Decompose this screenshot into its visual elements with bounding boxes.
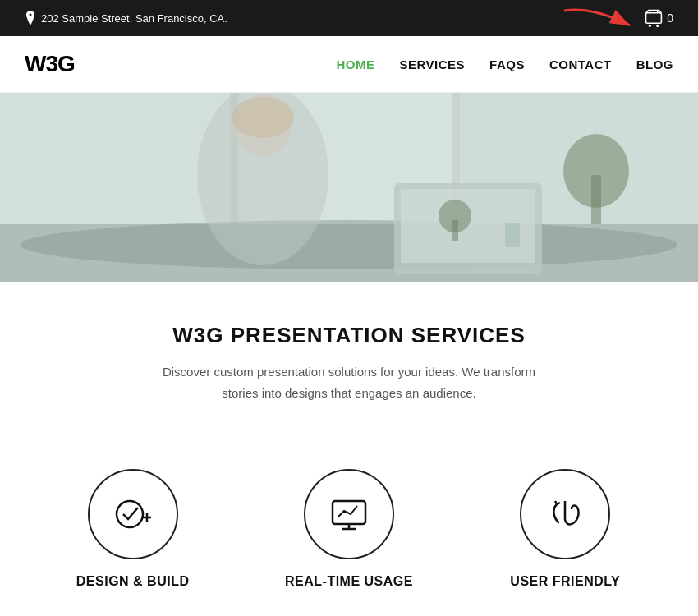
navbar: W3G HOME SERVICES FAQS CONTACT BLOG: [0, 36, 698, 93]
svg-point-16: [232, 97, 294, 138]
hero-scene-svg: [0, 93, 698, 282]
nav-faqs[interactable]: FAQS: [489, 57, 525, 71]
annotation-arrow: [560, 2, 642, 39]
nav-contact[interactable]: CONTACT: [549, 57, 612, 71]
svg-point-18: [563, 134, 629, 208]
top-bar: 202 Sample Street, San Francisco, CA. 0: [0, 0, 698, 36]
site-logo[interactable]: W3G: [25, 51, 75, 77]
feature-realtime-icon-circle: [304, 469, 394, 559]
feature-design-build: DESIGN & BUILD: [43, 469, 223, 589]
address-text: 202 Sample Street, San Francisco, CA.: [41, 12, 227, 25]
nav-links: HOME SERVICES FAQS CONTACT BLOG: [337, 57, 674, 71]
monitor-chart-icon: [328, 493, 370, 536]
svg-point-11: [21, 220, 677, 269]
hero-image: [0, 93, 698, 282]
feature-user-friendly-label: USER FRIENDLY: [510, 574, 620, 589]
svg-point-20: [439, 200, 471, 232]
svg-rect-1: [646, 13, 662, 24]
svg-point-2: [649, 25, 651, 27]
feature-user-icon-circle: [520, 469, 610, 559]
feature-design-build-label: DESIGN & BUILD: [76, 574, 190, 589]
nav-services[interactable]: SERVICES: [400, 57, 466, 71]
feature-user-friendly: USER FRIENDLY: [475, 469, 655, 589]
cart-icon[interactable]: [642, 9, 665, 27]
section-title: W3G PRESENTATION SERVICES: [25, 323, 673, 348]
svg-rect-21: [505, 223, 520, 247]
features-section: DESIGN & BUILD REAL-TIME USAGE: [0, 461, 698, 605]
cart-count: 0: [667, 11, 673, 25]
svg-point-3: [656, 25, 659, 27]
svg-point-22: [117, 501, 143, 527]
feature-realtime-usage: REAL-TIME USAGE: [259, 469, 439, 589]
content-section: W3G PRESENTATION SERVICES Discover custo…: [0, 282, 698, 461]
section-description: Discover custom presentation solutions f…: [152, 361, 546, 403]
feature-design-build-icon-circle: [88, 469, 178, 559]
svg-rect-7: [0, 93, 230, 224]
feature-realtime-label: REAL-TIME USAGE: [285, 574, 413, 589]
address-bar: 202 Sample Street, San Francisco, CA.: [25, 11, 227, 25]
cart-area[interactable]: 0: [642, 9, 673, 27]
touch-gesture-icon: [544, 493, 586, 536]
nav-home[interactable]: HOME: [337, 57, 375, 71]
location-icon: [25, 11, 36, 25]
check-plus-icon: [112, 493, 154, 536]
nav-blog[interactable]: BLOG: [636, 57, 673, 71]
